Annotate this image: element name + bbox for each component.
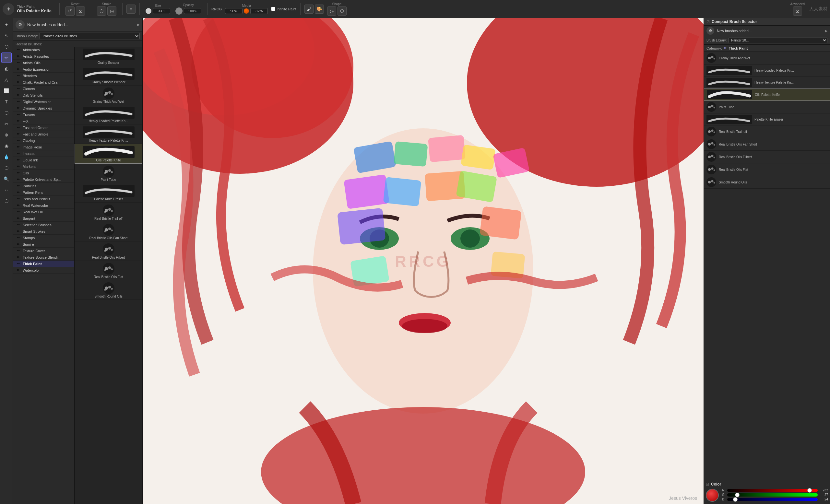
tool-lasso[interactable]: ⬡ xyxy=(1,41,12,52)
brush-list-item[interactable]: ✏ Artists' Oils xyxy=(13,60,74,66)
tool-mask[interactable]: ⬡ xyxy=(1,163,12,173)
reset-btn[interactable]: ↺ xyxy=(65,6,74,15)
shape-icon2[interactable]: ⬡ xyxy=(338,6,347,15)
brush-thumb-item[interactable]: Real Bristle Trail-off xyxy=(74,203,142,222)
brush-library-select[interactable]: Painter 2020 Brushes xyxy=(39,33,140,39)
brush-tool-icon[interactable]: 🖌 xyxy=(305,4,314,13)
size-input[interactable]: 33.1 xyxy=(153,8,170,14)
b-track[interactable] xyxy=(727,498,818,501)
g-thumb[interactable] xyxy=(735,493,739,497)
brush-list-item[interactable]: ✏ Dynamic Speckles xyxy=(13,105,74,111)
tool-mirror[interactable]: ⬡ xyxy=(1,196,12,206)
tool-dropper[interactable]: 💧 xyxy=(1,152,12,162)
compact-brush-item[interactable]: Real Bristle Oils Filbert xyxy=(704,151,830,163)
tool-fill[interactable]: ◉ xyxy=(1,141,12,151)
compact-brush-item[interactable]: Real Bristle Oils Flat xyxy=(704,163,830,176)
brush-list-item[interactable]: ✏ Cloners xyxy=(13,86,74,92)
opacity-input[interactable]: 100% xyxy=(184,8,201,14)
tool-clone[interactable]: ⊕ xyxy=(1,130,12,140)
brush-list-item[interactable]: ✏ Fast and Ornate xyxy=(13,125,74,131)
tool-app[interactable]: ✦ xyxy=(1,20,12,30)
brush-panel-arrow[interactable]: ▶ xyxy=(137,22,140,27)
brush-list-item[interactable]: ✏ Selection Brushes xyxy=(13,222,74,228)
brush-thumb-item[interactable]: Heavy Loaded Palette Kn... xyxy=(74,105,142,125)
brush-list-item[interactable]: ✏ Audio Expression xyxy=(13,66,74,73)
color-tool-icon[interactable]: 🎨 xyxy=(315,4,324,13)
brush-thumb-item[interactable]: Real Bristle Oils Filbert xyxy=(74,241,142,261)
brush-list-item[interactable]: ✏ Oils xyxy=(13,170,74,176)
brush-list-item[interactable]: ✏ Fast and Simple xyxy=(13,131,74,137)
brush-list-item[interactable]: ✏ F-X xyxy=(13,118,74,125)
brush-list-item[interactable]: ✏ Chalk, Pastel and Cra... xyxy=(13,79,74,86)
compact-brush-item[interactable]: Heavy Texture Palette Kn... xyxy=(704,76,830,89)
brush-thumb-item[interactable]: Grainy Scraper xyxy=(74,47,142,66)
blending-input[interactable]: 50% xyxy=(225,8,243,14)
compact-brush-item[interactable]: Paint Tube xyxy=(704,101,830,113)
tool-cut[interactable]: ✂ xyxy=(1,119,12,129)
stroke-icon2[interactable]: ◎ xyxy=(107,6,117,15)
reset-variant-btn[interactable]: ⧖ xyxy=(76,6,85,15)
brush-list-item[interactable]: ✏ Blenders xyxy=(13,73,74,79)
brush-list-item[interactable]: ✏ Pens and Pencils xyxy=(13,196,74,202)
compact-library-select[interactable]: Painter 20... xyxy=(729,38,827,43)
brush-thumb-item[interactable]: Real Bristle Oils Fan Short xyxy=(74,222,142,241)
media-input[interactable]: 82% xyxy=(250,8,268,14)
brush-list-item[interactable]: ✏ Real Wet Oil xyxy=(13,209,74,215)
compact-brush-item[interactable]: Heavy Loaded Palette Kn... xyxy=(704,65,830,76)
brush-list-item[interactable]: ✏ Digital Watercolor xyxy=(13,99,74,105)
brush-list-item[interactable]: ✏ Particles xyxy=(13,183,74,189)
tool-brush[interactable]: ✏ xyxy=(1,53,12,63)
tool-pen[interactable]: ⬡ xyxy=(1,108,12,118)
b-thumb[interactable] xyxy=(733,497,738,502)
menu-btn[interactable]: ≡ xyxy=(126,4,135,13)
brush-list-item[interactable]: ✏ Pattern Pens xyxy=(13,189,74,196)
compact-arrow[interactable]: ▶ xyxy=(825,29,827,33)
brush-list-item[interactable]: ✏ Erasers xyxy=(13,111,74,118)
brush-list-scroll[interactable]: ✏ Airbrushes ✏ Artists' Favorites ✏ Arti… xyxy=(13,47,74,504)
brush-list-item[interactable]: ✏ Thick Paint xyxy=(13,261,74,267)
brush-list-item[interactable]: ✏ Texture Source Blendi... xyxy=(13,254,74,261)
compact-brush-item[interactable]: Oils Palette Knife xyxy=(704,89,830,101)
brush-list-item[interactable]: ✏ Sargent xyxy=(13,215,74,222)
brush-thumb-item[interactable]: Grainy Thick And Wet xyxy=(74,86,142,105)
brush-list-item[interactable]: ✏ Dab Stencils xyxy=(13,92,74,99)
brush-thumb-item[interactable]: Grainy Smooth Blender xyxy=(74,66,142,86)
brush-list-item[interactable]: ✏ Liquid Ink xyxy=(13,157,74,163)
color-swatch[interactable] xyxy=(706,489,719,502)
canvas-area[interactable]: RRCG Jesus Viveros xyxy=(143,18,704,504)
tool-select[interactable]: ↖ xyxy=(1,30,12,41)
advanced-btn[interactable]: ⧖ xyxy=(793,6,802,15)
tool-zoom[interactable]: 🔍 xyxy=(1,174,12,184)
brush-thumb-item[interactable]: Oils Palette Knife xyxy=(74,144,142,164)
stroke-icon1[interactable]: ⬡ xyxy=(97,6,106,15)
brush-list-item[interactable]: ✏ Airbrushes xyxy=(13,47,74,53)
brush-thumb-item[interactable]: Paint Tube xyxy=(74,164,142,183)
infinite-paint-checkbox[interactable] xyxy=(271,7,275,11)
brush-list-item[interactable]: ✏ Palette Knives and Sp... xyxy=(13,176,74,183)
compact-brush-list[interactable]: Grainy Thick And Wet Heavy Loaded Palett… xyxy=(704,52,830,480)
brush-thumb-item[interactable]: Smooth Round Oils xyxy=(74,280,142,300)
compact-brush-item[interactable]: Palette Knife Eraser xyxy=(704,113,830,126)
brush-list-item[interactable]: ✏ Glazing xyxy=(13,137,74,144)
brush-list-item[interactable]: ✏ Texture Cover xyxy=(13,248,74,254)
brush-thumb-panel[interactable]: Grainy Scraper Grainy Smooth Blender Gra… xyxy=(74,47,142,504)
brush-list-item[interactable]: ✏ Sumi-e xyxy=(13,241,74,248)
tool-pan[interactable]: ↔ xyxy=(1,185,12,195)
brush-list-item[interactable]: ✏ Markers xyxy=(13,163,74,170)
tool-shape[interactable]: △ xyxy=(1,74,12,85)
tool-rect[interactable]: ⬜ xyxy=(1,86,12,96)
brush-list-item[interactable]: ✏ Smart Strokes xyxy=(13,228,74,235)
r-track[interactable] xyxy=(727,489,818,492)
brush-list-item[interactable]: ✏ Real Watercolor xyxy=(13,202,74,209)
tool-text[interactable]: T xyxy=(1,97,12,107)
brush-list-item[interactable]: ✏ Image Hose xyxy=(13,144,74,150)
brush-list-item[interactable]: ✏ Watercolor xyxy=(13,267,74,274)
g-track[interactable] xyxy=(727,493,818,497)
compact-brush-item[interactable]: Real Bristle Oils Fan Short xyxy=(704,138,830,151)
compact-brush-item[interactable]: Grainy Thick And Wet xyxy=(704,52,830,65)
brush-list-item[interactable]: ✏ Artists' Favorites xyxy=(13,53,74,60)
compact-brush-item[interactable]: Smooth Round Oils xyxy=(704,176,830,189)
brush-list-item[interactable]: ✏ Impasto xyxy=(13,150,74,157)
tool-blend[interactable]: ◐ xyxy=(1,64,12,74)
brush-thumb-item[interactable]: Heavy Texture Palette Kn... xyxy=(74,125,142,144)
